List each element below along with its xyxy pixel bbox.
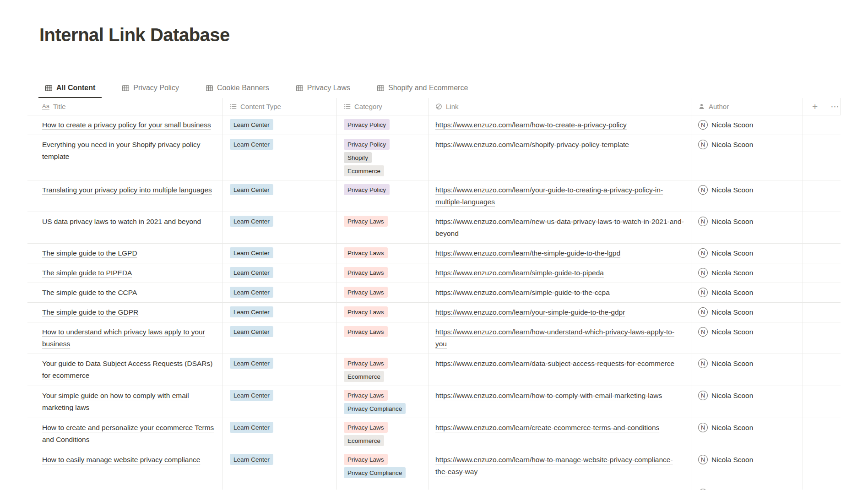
- author-cell[interactable]: NNicola Scoon: [691, 283, 803, 302]
- title-cell[interactable]: Translating your privacy policy into mul…: [27, 180, 223, 212]
- title-cell[interactable]: How to create and personalize your ecomm…: [27, 418, 223, 450]
- category-cell[interactable]: Privacy LawsEcommerce: [337, 418, 429, 450]
- author-cell[interactable]: NNicola Scoon: [691, 354, 803, 386]
- link-cell[interactable]: https://www.enzuzo.com/learn/create-ecom…: [429, 418, 691, 450]
- content-type-tag[interactable]: Learn Center: [230, 390, 273, 401]
- author-person[interactable]: NNicola Scoon: [698, 247, 753, 259]
- title-cell[interactable]: The simple guide to the CCPA: [27, 283, 223, 302]
- category-tag[interactable]: Privacy Laws: [344, 454, 388, 465]
- column-header-author[interactable]: Author: [691, 98, 803, 115]
- row-url-link[interactable]: https://www.enzuzo.com/learn/simple-guid…: [435, 287, 610, 299]
- row-title-link[interactable]: The simple guide to the CCPA: [42, 287, 137, 299]
- add-column-button[interactable]: +: [812, 102, 818, 111]
- author-person[interactable]: NNicola Scoon: [698, 454, 753, 466]
- row-url-link[interactable]: https://www.enzuzo.com/learn/how-underst…: [435, 326, 684, 350]
- content-type-tag[interactable]: Learn Center: [230, 139, 273, 150]
- content-type-cell[interactable]: Learn Center: [223, 418, 337, 450]
- category-tag[interactable]: Privacy Laws: [344, 216, 388, 227]
- row-title-link[interactable]: How to easily manage website privacy com…: [42, 454, 200, 466]
- column-header-link[interactable]: Link: [429, 98, 691, 115]
- category-cell[interactable]: Privacy PolicyShopifyEcommerce: [337, 135, 429, 180]
- content-type-tag[interactable]: Learn Center: [230, 422, 273, 433]
- column-header-title[interactable]: AaTitle: [27, 98, 223, 115]
- title-cell[interactable]: The simple guide to the GDPR: [27, 303, 223, 322]
- content-type-tag[interactable]: Learn Center: [230, 287, 273, 298]
- author-cell[interactable]: NNicola Scoon: [691, 263, 803, 283]
- category-cell[interactable]: Privacy Laws: [337, 303, 429, 322]
- content-type-cell[interactable]: Learn Center: [223, 283, 337, 302]
- link-cell[interactable]: https://www.enzuzo.com/learn/new-us-data…: [429, 212, 691, 243]
- link-cell[interactable]: https://www.enzuzo.com/learn/simple-guid…: [429, 263, 691, 283]
- row-title-link[interactable]: The simple guide to the LGPD: [42, 247, 137, 259]
- column-header-content_type[interactable]: Content Type: [223, 98, 337, 115]
- title-cell[interactable]: Your guide to Data Subject Access Reques…: [27, 354, 223, 386]
- author-cell[interactable]: NNicola Scoon: [691, 180, 803, 212]
- row-url-link[interactable]: https://www.enzuzo.com/learn/how-to-comp…: [435, 390, 662, 402]
- content-type-cell[interactable]: Learn Center: [223, 212, 337, 243]
- content-type-cell[interactable]: Learn Center: [223, 244, 337, 263]
- row-title-link[interactable]: US data privacy laws to watch in 2021 an…: [42, 216, 201, 228]
- category-tag[interactable]: Shopify: [344, 152, 372, 163]
- row-title-link[interactable]: Everything you need in your Shopify priv…: [42, 139, 214, 163]
- category-tag[interactable]: Privacy Policy: [344, 139, 390, 150]
- category-tag[interactable]: Privacy Policy: [344, 184, 390, 195]
- content-type-cell[interactable]: Learn Center: [223, 354, 337, 386]
- tab-privacy-policy[interactable]: Privacy Policy: [115, 84, 185, 98]
- content-type-tag[interactable]: Learn Center: [230, 454, 273, 465]
- row-url-link[interactable]: https://www.enzuzo.com/learn/how-to-crea…: [435, 119, 627, 131]
- content-type-tag[interactable]: Learn Center: [230, 247, 273, 258]
- row-url-link[interactable]: https://www.enzuzo.com/learn/new-us-data…: [435, 216, 684, 240]
- author-person[interactable]: NNicola Scoon: [698, 267, 753, 279]
- category-tag[interactable]: Ecommerce: [344, 165, 384, 176]
- author-cell[interactable]: NNicola Scoon: [691, 135, 803, 180]
- tab-all-content[interactable]: All Content: [38, 84, 102, 98]
- author-cell[interactable]: NNicola Scoon: [691, 115, 803, 135]
- row-url-link[interactable]: https://www.enzuzo.com/learn/create-ecom…: [435, 422, 659, 434]
- category-tag[interactable]: Privacy Laws: [344, 422, 388, 433]
- author-person[interactable]: NNicola Scoon: [698, 119, 753, 131]
- category-tag[interactable]: Privacy Compliance: [344, 467, 406, 478]
- content-type-cell[interactable]: Learn Center: [223, 263, 337, 283]
- row-url-link[interactable]: https://www.enzuzo.com/learn/how-to-mana…: [435, 454, 684, 478]
- tab-shopify-and-ecommerce[interactable]: Shopify and Ecommerce: [370, 84, 474, 98]
- content-type-cell[interactable]: Learn Center: [223, 322, 337, 354]
- link-cell[interactable]: https://www.enzuzo.com/learn/shopify-pri…: [429, 135, 691, 180]
- category-tag[interactable]: Privacy Laws: [344, 267, 388, 278]
- category-tag[interactable]: Privacy Laws: [344, 287, 388, 298]
- category-cell[interactable]: Privacy LawsPrivacy Compliance: [337, 386, 429, 418]
- author-person[interactable]: NNicola Scoon: [698, 306, 753, 318]
- author-cell[interactable]: NNicola Scoon: [691, 322, 803, 354]
- author-person[interactable]: NNicola Scoon: [698, 216, 753, 228]
- category-cell[interactable]: Privacy LawsEcommerce: [337, 354, 429, 386]
- link-cell[interactable]: https://www.enzuzo.com/learn/your-guide-…: [429, 180, 691, 212]
- row-url-link[interactable]: https://www.enzuzo.com/learn/your-guide-…: [435, 184, 684, 208]
- content-type-cell[interactable]: Learn Center: [223, 386, 337, 418]
- link-cell[interactable]: https://www.enzuzo.com/learn/data-subjec…: [429, 354, 691, 386]
- author-cell[interactable]: NNicola Scoon: [691, 212, 803, 243]
- category-tag[interactable]: Privacy Laws: [344, 247, 388, 258]
- category-tag[interactable]: Privacy Laws: [344, 326, 388, 337]
- content-type-tag[interactable]: Learn Center: [230, 267, 273, 278]
- author-person[interactable]: NNicola Scoon: [698, 358, 753, 370]
- author-cell[interactable]: NNicola Scoon: [691, 244, 803, 263]
- row-url-link[interactable]: https://www.enzuzo.com/learn/data-subjec…: [435, 358, 674, 370]
- category-tag[interactable]: Privacy Laws: [344, 390, 388, 401]
- author-cell[interactable]: NNicola Scoon: [691, 450, 803, 482]
- category-tag[interactable]: Privacy Policy: [344, 119, 390, 130]
- content-type-tag[interactable]: Learn Center: [230, 184, 273, 195]
- author-person[interactable]: NNicola Scoon: [698, 139, 753, 151]
- link-cell[interactable]: https://www.enzuzo.com/learn/how-to-crea…: [429, 115, 691, 135]
- link-cell[interactable]: https://www.enzuzo.com/learn/how-to-comp…: [429, 386, 691, 418]
- content-type-cell[interactable]: Learn Center: [223, 115, 337, 135]
- more-options-button[interactable]: ⋯: [830, 102, 840, 111]
- title-cell[interactable]: US data privacy laws to watch in 2021 an…: [27, 212, 223, 243]
- content-type-tag[interactable]: Learn Center: [230, 358, 273, 369]
- category-cell[interactable]: Privacy Policy: [337, 115, 429, 135]
- content-type-cell[interactable]: Learn Center: [223, 135, 337, 180]
- row-url-link[interactable]: https://www.enzuzo.com/learn/shopify-pri…: [435, 139, 629, 151]
- content-type-tag[interactable]: Learn Center: [230, 306, 273, 317]
- row-url-link[interactable]: https://www.enzuzo.com/learn/your-simple…: [435, 306, 625, 318]
- row-url-link[interactable]: https://www.enzuzo.com/learn/simple-guid…: [435, 267, 604, 279]
- category-cell[interactable]: Privacy LawsPrivacy Compliance: [337, 450, 429, 482]
- content-type-cell[interactable]: Learn Center: [223, 450, 337, 482]
